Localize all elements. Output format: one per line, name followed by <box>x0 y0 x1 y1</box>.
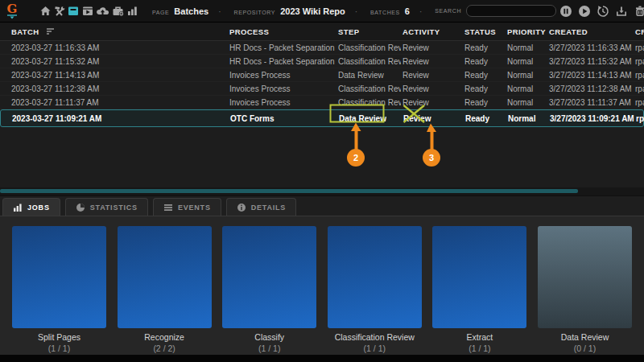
delete-button[interactable] <box>631 2 644 19</box>
job-card-classify[interactable]: Classify (1 / 1) <box>222 226 316 355</box>
table-row[interactable]: 2023-03-27 11:12:38 AM Invoices Process … <box>0 82 644 96</box>
app-logo[interactable]: G <box>6 3 18 19</box>
job-card-extract[interactable]: Extract (1 / 1) <box>432 226 526 355</box>
cell-priority: Normal <box>507 84 533 93</box>
column-header-activity[interactable]: ACTIVITY <box>402 27 440 36</box>
column-header-created[interactable]: CREATED <box>549 27 588 36</box>
cell-created: 3/27/2023 11:09:21 AM <box>550 114 634 123</box>
cell-step: Classification Revi... <box>338 84 401 93</box>
logo-letter: G <box>7 3 18 14</box>
cell-process: HR Docs - Packet Separation <box>229 43 335 52</box>
cell-status: Ready <box>464 71 488 80</box>
cell-step: Data Review <box>339 114 386 123</box>
batches-page-button[interactable] <box>67 2 80 19</box>
table-row[interactable]: 2023-03-27 11:15:32 AM HR Docs - Packet … <box>0 55 644 68</box>
cell-batch: 2023-03-27 11:14:13 AM <box>11 71 99 80</box>
cell-created-by: rpat <box>635 43 644 52</box>
cell-activity: Review <box>403 114 431 123</box>
cell-process: Invoices Process <box>229 98 291 107</box>
repository-label: REPOSITORY <box>233 10 275 15</box>
table-row[interactable]: 2023-03-27 11:16:33 AM HR Docs - Packet … <box>0 41 644 55</box>
cell-created-by: rpat <box>635 98 644 107</box>
job-name: Classification Review <box>335 332 415 342</box>
import-button[interactable] <box>613 2 630 19</box>
job-count: (1 / 1) <box>469 343 490 353</box>
cell-created-by: rpat <box>635 84 644 93</box>
cell-priority: Normal <box>507 71 533 80</box>
panel-splitter <box>0 187 644 195</box>
cell-batch: 2023-03-27 11:16:33 AM <box>11 43 99 52</box>
job-thumbnail <box>432 226 526 328</box>
cell-process: OTC Forms <box>230 114 274 123</box>
tab-events[interactable]: EVENTS <box>153 198 221 216</box>
callout-badge-3: 3 <box>423 149 440 167</box>
table-row-selected[interactable]: 2023-03-27 11:09:21 AM OTC Forms Data Re… <box>0 109 644 127</box>
column-header-created-by[interactable]: CRE <box>635 27 644 36</box>
horizontal-scrollbar[interactable] <box>0 189 578 193</box>
pause-icon <box>559 5 572 18</box>
job-card-classification-review[interactable]: Classification Review (1 / 1) <box>328 226 422 355</box>
tab-label: DETAILS <box>251 204 286 212</box>
cell-priority: Normal <box>507 57 533 66</box>
cell-process: Invoices Process <box>229 71 291 80</box>
tab-details[interactable]: DETAILS <box>226 198 296 216</box>
home-button[interactable] <box>39 2 52 19</box>
batches-icon <box>67 5 80 17</box>
top-toolbar: G <box>0 0 644 23</box>
stats-button[interactable] <box>126 2 138 19</box>
info-icon <box>237 203 246 212</box>
cell-priority: Normal <box>507 43 533 52</box>
cell-priority: Normal <box>508 114 535 123</box>
play-button[interactable] <box>576 2 592 19</box>
tab-statistics[interactable]: STATISTICS <box>65 198 148 216</box>
cell-step: Classification Revi... <box>338 57 401 66</box>
cell-activity: Review <box>402 43 429 52</box>
import-tray-icon <box>615 5 628 18</box>
job-card-split-pages[interactable]: Split Pages (1 / 1) <box>12 226 106 355</box>
column-header-process[interactable]: PROCESS <box>229 27 269 36</box>
job-name: Classify <box>254 332 284 342</box>
table-row[interactable]: 2023-03-27 11:11:37 AM Invoices Process … <box>0 96 644 109</box>
job-count: (1 / 1) <box>364 343 386 353</box>
bag-gear-icon <box>111 5 125 17</box>
list-icon <box>163 203 173 212</box>
page-value: Batches <box>174 6 208 16</box>
cell-batch: 2023-03-27 11:12:38 AM <box>11 84 99 93</box>
process-button[interactable] <box>81 2 94 19</box>
cell-activity: Review <box>402 84 429 93</box>
pause-button[interactable] <box>557 2 574 19</box>
separator-dot: · <box>218 7 221 16</box>
page-indicator: PAGE Batches · <box>152 6 221 16</box>
cloud-upload-icon <box>96 5 109 17</box>
job-name: Data Review <box>561 332 609 342</box>
trash-icon <box>634 5 644 18</box>
tools-button[interactable] <box>53 2 65 19</box>
cell-status: Ready <box>464 57 488 66</box>
tab-jobs[interactable]: JOBS <box>2 198 60 216</box>
cell-created-by: rpat <box>636 114 644 123</box>
search-input[interactable] <box>466 5 556 17</box>
cell-priority: Normal <box>507 98 533 107</box>
column-header-status[interactable]: STATUS <box>464 27 496 36</box>
cell-activity: Review <box>402 57 429 66</box>
job-card-data-review[interactable]: Data Review (0 / 1) <box>538 226 632 355</box>
cell-activity: Review <box>402 71 429 80</box>
tools-icon <box>53 5 65 17</box>
job-card-recognize[interactable]: Recognize (2 / 2) <box>118 226 212 355</box>
cell-batch: 2023-03-27 11:09:21 AM <box>12 114 101 123</box>
column-header-priority[interactable]: PRIORITY <box>507 27 546 36</box>
column-header-step[interactable]: STEP <box>338 27 359 36</box>
job-count: (2 / 2) <box>153 343 175 353</box>
job-count: (1 / 1) <box>48 343 70 353</box>
callout-badge-2: 2 <box>347 149 365 167</box>
cell-created: 3/27/2023 11:16:33 AM <box>549 43 632 52</box>
jobs-panel: Split Pages (1 / 1) Recognize (2 / 2) Cl… <box>0 216 644 355</box>
cell-status: Ready <box>465 114 489 123</box>
sort-icon[interactable] <box>46 28 55 35</box>
upload-button[interactable] <box>96 2 109 19</box>
history-button[interactable] <box>594 2 611 19</box>
batch-process-button[interactable] <box>111 2 125 19</box>
table-row[interactable]: 2023-03-27 11:14:13 AM Invoices Process … <box>0 68 644 82</box>
cell-created: 3/27/2023 11:15:32 AM <box>549 57 632 66</box>
column-header-batch[interactable]: BATCH <box>11 27 55 36</box>
